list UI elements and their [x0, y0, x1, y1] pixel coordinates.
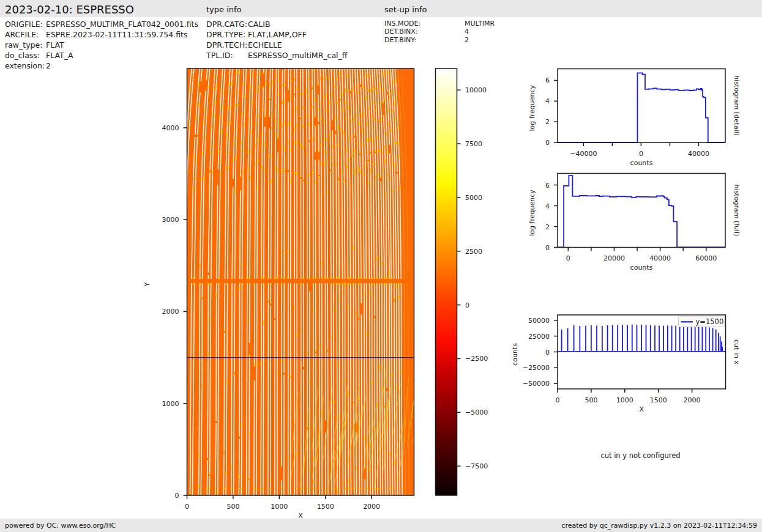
legend-label: y=1500: [696, 317, 724, 326]
order-tip: [334, 488, 335, 490]
x-tick-label: 0: [566, 254, 570, 262]
y-tick-label: −25000: [523, 364, 550, 372]
order-tip: [315, 277, 316, 279]
x-tick-label: 40000: [688, 150, 709, 158]
figure-canvas: 050010001500200001000200030004000XY10000…: [0, 0, 762, 532]
order-tip: [391, 277, 392, 279]
x-tick-label: 1000: [271, 503, 288, 511]
order-tip: [242, 283, 243, 285]
order-tip: [402, 488, 403, 490]
y-tick-label: 50000: [528, 317, 550, 325]
y-tick-label: 0: [175, 492, 179, 500]
order-tip: [331, 277, 332, 279]
order-tip: [374, 283, 375, 285]
right-side-label: cut in x: [733, 339, 741, 364]
raw-frame-image: [181, 68, 422, 496]
order-tip: [384, 283, 385, 285]
x-tick-label: 2000: [684, 396, 701, 404]
order-tip: [338, 277, 340, 279]
cut-spikes: [562, 325, 723, 352]
qc-report-page: 2023-02-10: ESPRESSO type info set-up in…: [0, 0, 762, 532]
order-tip: [241, 488, 242, 490]
order-tip: [351, 488, 352, 490]
order-tip: [386, 283, 387, 285]
y-axis-label: counts: [511, 343, 519, 366]
order-tip: [296, 488, 297, 490]
order-tip: [350, 277, 351, 279]
order-tip: [348, 488, 349, 490]
order-tip: [348, 283, 349, 285]
order-tip: [274, 277, 275, 279]
order-tip: [372, 277, 373, 279]
order-tip: [372, 283, 373, 285]
order-tip: [313, 488, 314, 490]
x-tick-label: 1500: [317, 503, 334, 511]
order-tip: [263, 277, 264, 279]
legend: y=1500: [679, 317, 725, 327]
x-tick-label: 2000: [363, 503, 380, 511]
y-tick-label: 25000: [528, 333, 550, 341]
order-tip: [201, 277, 203, 279]
order-tip: [333, 283, 334, 285]
colorbar-tick-label: 5000: [465, 194, 482, 202]
order-tip: [210, 283, 211, 285]
order-tip: [360, 277, 362, 279]
order-tip: [389, 277, 390, 279]
colorbar-tick-label: −7500: [465, 462, 488, 470]
x-tick-label: 1500: [650, 396, 667, 404]
colorbar-tick-label: −5000: [465, 408, 488, 416]
colorbar-tick-label: 7500: [465, 140, 482, 148]
colorbar-tick-label: 2500: [465, 248, 482, 256]
order-tip: [219, 277, 220, 279]
order-tip: [359, 488, 360, 490]
order-tip: [261, 277, 262, 279]
x-tick-label: 0: [639, 150, 643, 158]
y-tick-label: −50000: [523, 380, 550, 388]
axes-frame: [558, 69, 725, 143]
y-tick-label: 2: [545, 118, 550, 126]
order-tip: [391, 283, 392, 285]
order-tip: [336, 283, 337, 285]
x-tick-label: 500: [585, 396, 597, 404]
y-tick-label: 4000: [162, 124, 179, 132]
x-axis-label: counts: [630, 159, 653, 167]
right-side-label: histogram (full): [733, 185, 741, 237]
y-tick-label: 0: [545, 349, 550, 357]
x-tick-label: 500: [226, 503, 239, 511]
order-tip: [226, 283, 228, 285]
order-tip: [325, 277, 326, 279]
y-tick-label: 4: [545, 202, 550, 210]
order-tip: [206, 488, 207, 490]
y-axis-label: log frequency: [528, 190, 536, 236]
order-tip: [313, 277, 314, 279]
order-tip: [321, 277, 323, 279]
y-tick-label: 6: [545, 182, 550, 190]
order-tip: [336, 277, 337, 279]
order-tip: [270, 283, 271, 285]
order-tip: [398, 283, 400, 285]
y-tick-label: 2: [545, 223, 550, 231]
histogram_full-plot: 02000040000600000246countslog frequencyh…: [528, 174, 741, 272]
order-tip: [247, 283, 248, 285]
order-tip: [247, 277, 248, 279]
order-tip: [348, 277, 349, 279]
cut-in-y-note: cut in y not configured: [600, 451, 680, 460]
y-tick-label: 2000: [162, 308, 179, 316]
right-side-label: histogram (detail): [733, 75, 741, 136]
order-tip: [377, 488, 378, 490]
order-tip: [253, 488, 255, 490]
order-tip: [309, 277, 310, 279]
order-tip: [350, 283, 351, 285]
order-tip: [260, 488, 261, 490]
order-tip: [225, 488, 226, 490]
order-tip: [386, 277, 387, 279]
order-tip: [307, 488, 308, 490]
order-tip: [315, 488, 316, 490]
order-tip: [270, 488, 271, 490]
order-tip: [379, 283, 380, 285]
order-tip: [263, 283, 264, 285]
colorbar-tick-label: 10000: [465, 86, 487, 94]
order-tip: [358, 283, 359, 285]
order-tip: [223, 488, 224, 490]
histogram_detail-plot: −400000400000246countslog frequencyhisto…: [528, 69, 741, 167]
